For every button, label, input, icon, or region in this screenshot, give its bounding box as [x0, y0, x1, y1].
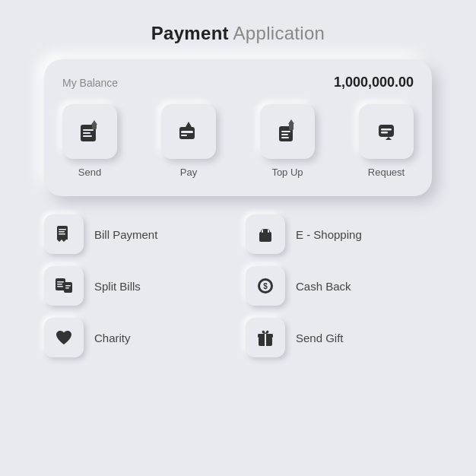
svg-rect-22 — [59, 231, 65, 233]
pay-icon-wrap — [161, 104, 216, 159]
page-title: Payment Application — [151, 23, 325, 44]
topup-icon-wrap — [260, 104, 315, 159]
topup-icon — [273, 117, 302, 146]
cash-back-icon-wrap: $ — [246, 266, 285, 306]
service-send-gift[interactable]: Send Gift — [246, 318, 432, 357]
svg-rect-25 — [262, 230, 263, 233]
svg-rect-16 — [379, 125, 394, 137]
e-shopping-icon-wrap — [246, 214, 285, 254]
svg-rect-21 — [59, 229, 66, 230]
svg-rect-29 — [57, 284, 62, 285]
e-shopping-icon — [255, 224, 276, 245]
cash-back-label: Cash Back — [296, 280, 351, 293]
action-send[interactable]: Send — [62, 104, 117, 178]
svg-marker-15 — [288, 119, 294, 124]
bill-payment-label: Bill Payment — [94, 228, 157, 241]
charity-label: Charity — [94, 332, 131, 344]
pay-icon — [174, 117, 203, 146]
svg-rect-3 — [83, 135, 92, 137]
services-grid: Bill Payment E - Shopping — [44, 214, 432, 357]
balance-card: My Balance 1,000,000.00 Send — [44, 59, 432, 196]
title-bold: Payment — [151, 23, 229, 43]
send-gift-icon-wrap — [246, 318, 285, 357]
actions-row: Send Pay — [62, 104, 414, 178]
action-pay[interactable]: Pay — [161, 104, 216, 178]
balance-header: My Balance 1,000,000.00 — [62, 75, 414, 90]
svg-rect-1 — [83, 129, 94, 131]
send-icon-wrap — [62, 104, 117, 159]
pay-label: Pay — [180, 167, 197, 178]
svg-rect-23 — [59, 233, 65, 235]
svg-rect-20 — [57, 226, 68, 240]
action-request[interactable]: Request — [359, 104, 414, 178]
charity-icon-wrap — [44, 318, 84, 357]
send-label: Send — [78, 167, 101, 178]
svg-rect-18 — [381, 132, 388, 134]
svg-marker-19 — [386, 137, 392, 140]
service-charity[interactable]: Charity — [44, 318, 230, 357]
svg-text:$: $ — [263, 282, 268, 290]
svg-rect-7 — [181, 131, 193, 133]
service-split-bills[interactable]: Split Bills — [44, 266, 230, 306]
split-bills-icon-wrap — [44, 266, 84, 306]
send-gift-label: Send Gift — [296, 332, 344, 344]
e-shopping-label: E - Shopping — [296, 228, 362, 241]
svg-rect-17 — [381, 129, 392, 131]
action-topup[interactable]: Top Up — [260, 104, 315, 178]
service-cash-back[interactable]: $ Cash Back — [246, 266, 432, 306]
topup-label: Top Up — [271, 167, 303, 178]
svg-rect-30 — [57, 286, 63, 287]
svg-rect-33 — [65, 287, 69, 289]
send-icon — [75, 117, 104, 146]
service-e-shopping[interactable]: E - Shopping — [246, 214, 432, 254]
split-bills-icon — [53, 275, 75, 297]
split-bills-label: Split Bills — [94, 280, 141, 293]
svg-rect-2 — [83, 132, 90, 134]
request-icon-wrap — [359, 104, 414, 159]
svg-rect-13 — [281, 137, 289, 138]
bill-payment-icon — [53, 224, 75, 245]
svg-rect-11 — [281, 131, 290, 132]
balance-amount: 1,000,000.00 — [334, 75, 414, 90]
service-bill-payment[interactable]: Bill Payment — [44, 214, 230, 254]
svg-rect-28 — [57, 281, 64, 283]
cash-back-icon: $ — [255, 275, 276, 297]
svg-rect-32 — [65, 285, 71, 287]
request-icon — [372, 117, 401, 146]
svg-marker-9 — [186, 122, 192, 127]
svg-rect-26 — [268, 230, 269, 233]
send-gift-icon — [255, 327, 276, 348]
svg-rect-8 — [181, 135, 187, 136]
svg-rect-12 — [281, 134, 288, 135]
svg-marker-5 — [91, 120, 97, 125]
request-label: Request — [368, 167, 405, 178]
balance-label: My Balance — [62, 77, 118, 89]
svg-rect-24 — [259, 232, 271, 242]
charity-icon — [53, 327, 75, 348]
bill-payment-icon-wrap — [44, 214, 84, 254]
title-light: Application — [229, 23, 325, 43]
